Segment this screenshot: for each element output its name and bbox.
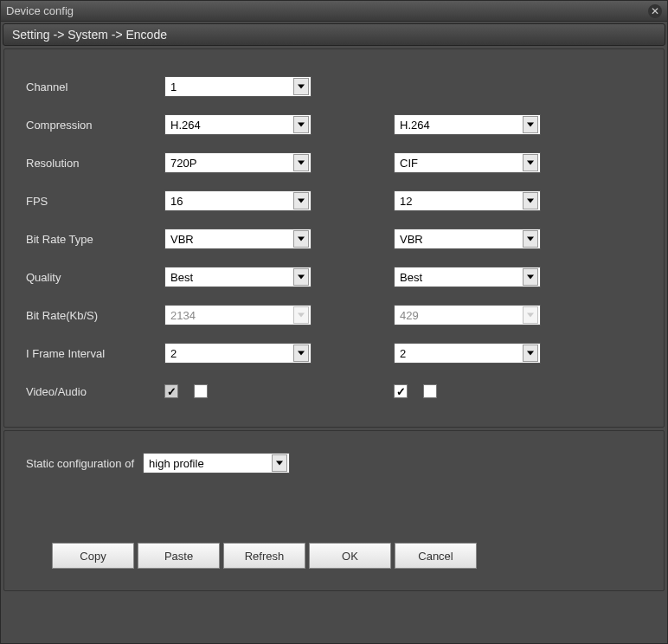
staticconfig-label: Static configuration of — [26, 457, 134, 470]
svg-marker-8 — [527, 237, 534, 242]
refresh-button[interactable]: Refresh — [223, 543, 305, 569]
chevron-down-icon — [293, 78, 309, 95]
svg-marker-11 — [298, 313, 305, 318]
bitratetype-label: Bit Rate Type — [26, 233, 164, 246]
resolution-extra-value: CIF — [400, 157, 418, 170]
svg-marker-3 — [298, 161, 305, 165]
compression-extra-value: H.264 — [400, 119, 430, 132]
quality-main-value: Best — [170, 271, 193, 284]
fps-main-value: 16 — [170, 195, 183, 208]
iframe-extra-select[interactable]: 2 — [394, 343, 541, 364]
compression-extra-select[interactable]: H.264 — [394, 114, 541, 135]
chevron-down-icon — [293, 268, 309, 286]
device-config-window: Device config ✕ Setting -> System -> Enc… — [0, 0, 668, 644]
fps-extra-select[interactable]: 12 — [394, 190, 541, 211]
svg-marker-14 — [527, 351, 534, 356]
fps-main-select[interactable]: 16 — [164, 190, 312, 211]
compression-main-select[interactable]: H.264 — [164, 114, 312, 135]
chevron-down-icon — [293, 154, 309, 171]
svg-marker-5 — [298, 199, 305, 203]
chevron-down-icon — [293, 192, 309, 209]
paste-button[interactable]: Paste — [138, 543, 220, 569]
chevron-down-icon — [272, 454, 287, 472]
chevron-down-icon — [523, 192, 538, 209]
quality-extra-select[interactable]: Best — [394, 267, 541, 287]
channel-select[interactable]: 1 — [164, 76, 312, 97]
iframe-label: I Frame Interval — [26, 347, 164, 360]
cancel-button[interactable]: Cancel — [395, 543, 477, 569]
resolution-extra-select[interactable]: CIF — [394, 152, 541, 173]
audio-main-checkbox[interactable] — [194, 384, 208, 398]
chevron-down-icon — [293, 306, 309, 324]
audio-extra-checkbox[interactable] — [423, 384, 437, 398]
close-icon: ✕ — [651, 6, 659, 16]
bitratetype-extra-select[interactable]: VBR — [394, 229, 541, 249]
compression-main-value: H.264 — [170, 119, 201, 132]
quality-label: Quality — [26, 271, 164, 284]
fps-label: FPS — [26, 195, 164, 208]
bitrate-extra-select: 429 — [394, 305, 541, 325]
videoaudio-label: Video/Audio — [26, 385, 164, 398]
video-main-checkbox[interactable] — [164, 384, 178, 398]
resolution-label: Resolution — [26, 157, 164, 170]
chevron-down-icon — [523, 116, 538, 133]
chevron-down-icon — [523, 306, 538, 324]
action-buttons: Copy Paste Refresh OK Cancel — [52, 543, 642, 569]
chevron-down-icon — [293, 116, 309, 133]
chevron-down-icon — [293, 230, 309, 248]
iframe-extra-value: 2 — [400, 347, 406, 360]
staticconfig-value: high profile — [149, 457, 204, 470]
quality-extra-value: Best — [400, 271, 422, 284]
bitrate-main-select: 2134 — [164, 305, 312, 325]
compression-label: Compression — [26, 119, 164, 132]
titlebar: Device config ✕ — [1, 1, 667, 22]
breadcrumb: Setting -> System -> Encode — [3, 23, 665, 46]
svg-marker-10 — [527, 275, 534, 280]
window-title: Device config — [6, 4, 74, 17]
svg-marker-12 — [527, 313, 534, 318]
svg-marker-9 — [298, 275, 305, 280]
svg-marker-7 — [298, 237, 305, 242]
bitratetype-extra-value: VBR — [400, 233, 423, 246]
copy-button[interactable]: Copy — [52, 543, 134, 569]
svg-marker-4 — [527, 161, 534, 165]
bitrate-main-value: 2134 — [170, 309, 196, 322]
svg-marker-2 — [527, 123, 534, 127]
bitratetype-main-value: VBR — [170, 233, 194, 246]
chevron-down-icon — [523, 345, 538, 362]
svg-marker-1 — [298, 123, 305, 127]
chevron-down-icon — [523, 154, 538, 171]
iframe-main-value: 2 — [170, 347, 177, 360]
channel-value: 1 — [170, 80, 177, 93]
svg-marker-6 — [527, 199, 534, 203]
iframe-main-select[interactable]: 2 — [164, 343, 312, 364]
bitrate-extra-value: 429 — [400, 309, 419, 322]
video-extra-checkbox[interactable] — [394, 384, 408, 398]
resolution-main-select[interactable]: 720P — [164, 152, 312, 173]
svg-marker-15 — [276, 461, 283, 466]
fps-extra-value: 12 — [400, 195, 412, 208]
svg-marker-0 — [298, 85, 305, 89]
chevron-down-icon — [293, 345, 309, 362]
quality-main-select[interactable]: Best — [164, 267, 312, 287]
breadcrumb-text: Setting -> System -> Encode — [12, 28, 167, 42]
bitrate-label: Bit Rate(Kb/S) — [26, 309, 164, 322]
chevron-down-icon — [523, 230, 538, 248]
channel-label: Channel — [26, 80, 164, 93]
resolution-main-value: 720P — [170, 157, 196, 170]
svg-marker-13 — [298, 351, 305, 356]
chevron-down-icon — [523, 268, 538, 286]
bitratetype-main-select[interactable]: VBR — [164, 229, 312, 249]
footer-panel: Static configuration of high profile Cop… — [3, 430, 665, 591]
encode-settings-panel: Channel 1 Compression H.264 H.264 Resolu… — [3, 48, 665, 428]
close-button[interactable]: ✕ — [648, 4, 662, 18]
staticconfig-select[interactable]: high profile — [143, 453, 290, 473]
ok-button[interactable]: OK — [309, 543, 391, 569]
